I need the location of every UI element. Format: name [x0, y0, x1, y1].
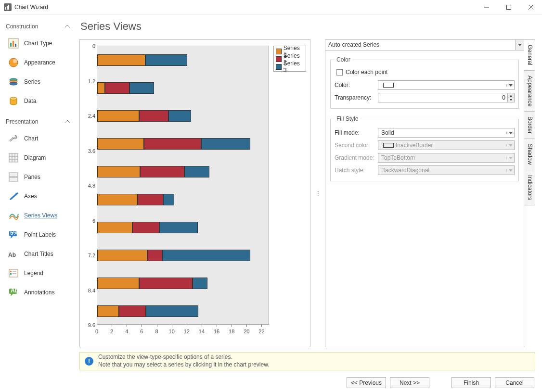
sidebar-item-legend[interactable]: Legend	[6, 264, 71, 283]
maximize-button[interactable]	[498, 0, 520, 14]
bar-row[interactable]	[97, 194, 174, 206]
svg-rect-10	[15, 44, 16, 47]
tab-indicators[interactable]: Indicators	[524, 170, 535, 205]
bar-segment[interactable]	[97, 250, 147, 262]
bar-segment[interactable]	[97, 54, 145, 66]
sidebar-item-chart-titles[interactable]: Ab Chart Titles	[6, 244, 71, 264]
bar-row[interactable]	[97, 166, 209, 178]
bar-row[interactable]	[97, 54, 187, 66]
bar-segment[interactable]	[97, 110, 139, 122]
bar-segment[interactable]	[97, 166, 140, 178]
bar-segment[interactable]	[139, 278, 193, 290]
bar-row[interactable]	[97, 138, 250, 150]
chart-titles-icon: Ab	[8, 248, 19, 260]
bar-segment[interactable]	[139, 110, 168, 122]
spin-up[interactable]: ▲	[508, 93, 514, 98]
content-area: Series Views 01.22.43.64.867.28.49.6 Ser…	[75, 14, 542, 392]
plot-area[interactable]: 01.22.43.64.867.28.49.6	[97, 46, 269, 325]
splitter-handle[interactable]: ⋮	[315, 39, 320, 347]
bar-segment[interactable]	[97, 138, 144, 150]
bar-segment[interactable]	[119, 305, 146, 317]
bar-segment[interactable]	[140, 166, 184, 178]
y-tick-label: 8.4	[84, 288, 95, 293]
sidebar-item-chart[interactable]: Chart	[6, 129, 71, 148]
series-selector[interactable]: Auto-created Series	[325, 40, 524, 51]
svg-marker-39	[518, 44, 522, 46]
bar-segment[interactable]	[97, 194, 138, 206]
minimize-button[interactable]	[476, 0, 498, 14]
chart-legend: Series 1 Series 2 Series 3	[273, 46, 306, 72]
bar-segment[interactable]	[132, 222, 159, 234]
spin-down[interactable]: ▼	[508, 98, 514, 102]
color-combo[interactable]	[378, 80, 515, 90]
transparency-spinner[interactable]: 0 ▲▼	[378, 93, 515, 102]
dropdown-button[interactable]	[506, 132, 514, 134]
bar-row[interactable]	[97, 305, 198, 317]
chart-preview[interactable]: 01.22.43.64.867.28.49.6 Series 1 Series …	[79, 39, 310, 347]
fillmode-combo[interactable]: Solid	[378, 128, 515, 138]
sidebar-group-presentation[interactable]: Presentation	[6, 118, 71, 125]
bar-segment[interactable]	[147, 250, 162, 262]
tab-border[interactable]: Border	[524, 111, 535, 139]
color-each-point-checkbox[interactable]: Color each point	[336, 69, 515, 76]
bar-segment[interactable]	[146, 305, 198, 317]
bar-segment[interactable]	[159, 222, 197, 234]
sidebar-item-series[interactable]: Series	[6, 72, 71, 91]
sidebar-item-label: Chart	[24, 135, 38, 142]
finish-button[interactable]: Finish	[452, 377, 491, 388]
bar-segment[interactable]	[168, 110, 191, 122]
tab-appearance[interactable]: Appearance	[524, 70, 535, 112]
x-tick-label: 20	[244, 329, 249, 334]
svg-rect-9	[13, 41, 14, 47]
bar-row[interactable]	[97, 222, 198, 234]
bar-segment[interactable]	[184, 166, 210, 178]
sidebar-item-diagram[interactable]: Diagram	[6, 148, 71, 167]
bar-row[interactable]	[97, 82, 154, 94]
previous-button[interactable]: << Previous	[347, 377, 386, 388]
x-tick-label: 16	[214, 329, 219, 334]
sidebar-item-panes[interactable]: Panes	[6, 167, 71, 187]
bar-row[interactable]	[97, 110, 191, 122]
svg-marker-28	[11, 236, 13, 239]
tab-shadow[interactable]: Shadow	[524, 139, 535, 170]
sidebar-item-annotations[interactable]: Ab Annotations	[6, 283, 71, 302]
dropdown-button[interactable]	[515, 40, 524, 50]
titlebar: Chart Wizard	[0, 0, 542, 14]
bar-segment[interactable]	[129, 82, 154, 94]
appearance-icon	[8, 57, 19, 68]
sidebar-item-label: Annotations	[24, 289, 54, 296]
sidebar-item-chart-type[interactable]: Chart Type	[6, 34, 71, 53]
close-button[interactable]	[520, 0, 542, 14]
sidebar-item-label: Legend	[24, 270, 43, 277]
sidebar-item-data[interactable]: Data	[6, 91, 71, 111]
next-button[interactable]: Next >>	[390, 377, 429, 388]
bar-segment[interactable]	[201, 138, 250, 150]
sidebar: Construction Chart Type Appearance Serie…	[0, 14, 75, 392]
bar-segment[interactable]	[105, 82, 129, 94]
bar-segment[interactable]	[162, 250, 250, 262]
bar-segment[interactable]	[97, 222, 132, 234]
bar-segment[interactable]	[163, 194, 174, 206]
bar-row[interactable]	[97, 250, 250, 262]
fillstyle-fieldset: Fill Style Fill mode: Solid	[330, 115, 519, 181]
tab-general[interactable]: General	[524, 39, 535, 71]
bar-segment[interactable]	[97, 278, 139, 290]
bar-segment[interactable]	[145, 54, 187, 66]
legend-swatch	[276, 49, 282, 54]
sidebar-group-construction[interactable]: Construction	[6, 23, 71, 30]
bar-segment[interactable]	[144, 138, 202, 150]
sidebar-item-axes[interactable]: Axes	[6, 187, 71, 206]
legend-swatch	[276, 56, 282, 62]
bar-segment[interactable]	[97, 82, 105, 94]
bar-row[interactable]	[97, 278, 207, 290]
axes-icon	[8, 190, 19, 202]
bar-segment[interactable]	[97, 305, 119, 317]
sidebar-item-point-labels[interactable]: 5% Point Labels	[6, 225, 71, 244]
dropdown-button[interactable]	[506, 84, 514, 87]
svg-marker-43	[509, 157, 513, 159]
sidebar-item-appearance[interactable]: Appearance	[6, 53, 71, 72]
sidebar-item-series-views[interactable]: Series Views	[6, 206, 71, 225]
bar-segment[interactable]	[193, 278, 207, 290]
bar-segment[interactable]	[138, 194, 163, 206]
cancel-button[interactable]: Cancel	[495, 377, 534, 388]
